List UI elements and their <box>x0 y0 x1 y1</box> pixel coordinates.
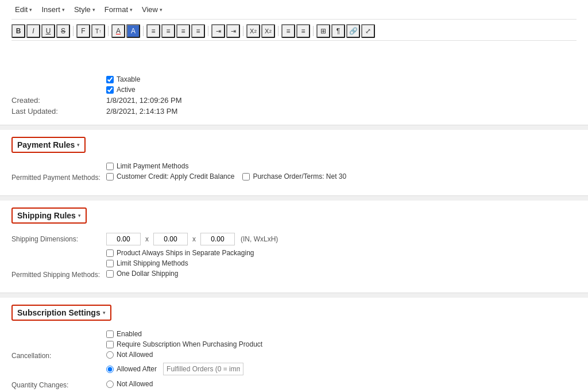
paragraph-btn[interactable]: ¶ <box>331 24 345 38</box>
permitted-shipping-label: Permitted Shipping Methods: <box>11 271 106 279</box>
shipping-dimensions-controls: x x (IN, WxLxH) <box>106 233 278 245</box>
shipping-rules-chevron-icon: ▾ <box>78 213 81 218</box>
require-subscription-checkbox-label[interactable]: Require Subscription When Purchasing Pro… <box>106 340 577 348</box>
editor-body[interactable] <box>11 41 577 75</box>
style-chevron-icon: ▾ <box>92 7 95 13</box>
quantity-not-allowed-radio[interactable] <box>106 381 114 388</box>
one-dollar-shipping-checkbox[interactable] <box>106 270 114 278</box>
quantity-changes-label: Quantity Changes: <box>11 380 106 389</box>
limit-payment-row: Limit Payment Methods <box>106 162 577 170</box>
permitted-payment-row: Permitted Payment Methods: Customer Cred… <box>11 172 577 183</box>
dim-length-input[interactable] <box>153 233 188 245</box>
menu-edit[interactable]: Edit ▾ <box>11 3 36 16</box>
toolbar-separator-5 <box>243 26 243 36</box>
page-wrapper: Edit ▾ Insert ▾ Style ▾ Format ▾ View ▾ … <box>0 0 588 392</box>
require-subscription-checkbox[interactable] <box>106 341 114 348</box>
subscription-settings-chevron-icon: ▾ <box>103 310 106 316</box>
toolbar-separator-6 <box>278 26 278 36</box>
limit-payment-checkbox[interactable] <box>106 163 114 170</box>
cancellation-not-allowed-radio[interactable] <box>106 351 114 359</box>
editor-section: Edit ▾ Insert ▾ Style ▾ Format ▾ View ▾ … <box>0 0 588 125</box>
format-chevron-icon: ▾ <box>130 7 133 13</box>
shipping-dimensions-label: Shipping Dimensions: <box>11 235 106 243</box>
subscription-settings-body: Enabled Require Subscription When Purcha… <box>0 328 588 392</box>
active-checkbox[interactable] <box>106 86 114 94</box>
payment-rules-chevron-icon: ▾ <box>77 142 80 148</box>
toolbar-separator-2 <box>108 26 109 36</box>
unordered-list-btn[interactable]: ≡ <box>281 24 295 38</box>
cancellation-allowed-after-radio[interactable] <box>106 366 114 373</box>
highlight-btn[interactable]: A <box>126 24 140 38</box>
table-btn[interactable]: ⊞ <box>316 24 330 38</box>
indent-increase-btn[interactable]: ⇥ <box>226 24 240 38</box>
customer-credit-checkbox-label[interactable]: Customer Credit: Apply Credit Balance <box>106 172 234 180</box>
fullscreen-btn[interactable]: ⤢ <box>361 24 375 38</box>
purchase-order-checkbox-label[interactable]: Purchase Order/Terms: Net 30 <box>242 172 346 180</box>
menu-view[interactable]: View ▾ <box>138 3 166 16</box>
last-updated-row: Last Updated: 2/8/2021, 2:14:13 PM <box>11 107 577 116</box>
cancellation-fulfilled-input[interactable] <box>163 363 243 375</box>
toolbar-separator-3 <box>143 26 144 36</box>
view-chevron-icon: ▾ <box>160 7 163 13</box>
permitted-payment-label: Permitted Payment Methods: <box>11 174 106 182</box>
limit-shipping-checkbox[interactable] <box>106 260 114 267</box>
underline-btn[interactable]: U <box>41 24 55 38</box>
shipping-rules-title: Shipping Rules <box>17 211 76 220</box>
subscription-settings-header-box[interactable]: Subscription Settings ▾ <box>11 305 111 321</box>
dim-width-input[interactable] <box>106 233 141 245</box>
font-family-btn[interactable]: F <box>76 24 90 38</box>
active-checkbox-label[interactable]: Active <box>106 86 577 94</box>
enabled-checkbox[interactable] <box>106 330 114 338</box>
cancellation-label: Cancellation: <box>11 351 106 360</box>
cancellation-controls: Not Allowed Allowed After <box>106 351 247 378</box>
quantity-not-allowed-label[interactable]: Not Allowed <box>106 380 247 388</box>
enabled-checkbox-label[interactable]: Enabled <box>106 330 577 338</box>
limit-payment-checkbox-label[interactable]: Limit Payment Methods <box>106 162 577 170</box>
align-right-btn[interactable]: ≡ <box>176 24 190 38</box>
separate-packaging-checkbox[interactable] <box>106 249 114 257</box>
shipping-dimensions-row: Shipping Dimensions: x x (IN, WxLxH) <box>11 233 577 245</box>
font-size-btn[interactable]: T↑ <box>91 24 105 38</box>
taxable-checkbox[interactable] <box>106 76 114 83</box>
toolbar-separator-4 <box>208 26 208 36</box>
toolbar-separator-7 <box>313 26 314 36</box>
permitted-shipping-row: Permitted Shipping Methods: One Dollar S… <box>11 270 577 280</box>
created-row: Created: 1/8/2021, 12:09:26 PM <box>11 96 577 105</box>
customer-credit-checkbox[interactable] <box>106 173 114 180</box>
link-btn[interactable]: 🔗 <box>346 24 360 38</box>
align-justify-btn[interactable]: ≡ <box>191 24 205 38</box>
cancellation-allowed-after-label[interactable]: Allowed After <box>106 363 247 375</box>
payment-rules-title: Payment Rules <box>17 140 75 149</box>
superscript-btn[interactable]: X2 <box>246 24 260 38</box>
purchase-order-checkbox[interactable] <box>242 173 250 180</box>
limit-shipping-checkbox-label[interactable]: Limit Shipping Methods <box>106 259 577 267</box>
align-left-btn[interactable]: ≡ <box>146 24 160 38</box>
shipping-rules-header-box[interactable]: Shipping Rules ▾ <box>11 207 87 224</box>
editor-icon-toolbar: B I U S F T↑ A A ≡ ≡ ≡ ≡ ⇥ ⇥ X2 X2 ≡ ≡ ⊞ <box>11 22 577 41</box>
payment-rules-section: Payment Rules ▾ Limit Payment Methods Pe… <box>0 130 588 196</box>
italic-btn[interactable]: I <box>26 24 40 38</box>
menu-insert[interactable]: Insert ▾ <box>38 3 68 16</box>
font-color-btn[interactable]: A <box>111 24 125 38</box>
subscript-btn[interactable]: X2 <box>261 24 275 38</box>
menu-format[interactable]: Format ▾ <box>101 3 136 16</box>
one-dollar-shipping-checkbox-label[interactable]: One Dollar Shipping <box>106 270 178 278</box>
menu-style[interactable]: Style ▾ <box>71 3 99 16</box>
permitted-shipping-controls: One Dollar Shipping <box>106 270 178 280</box>
dim-x-separator-1: x <box>145 235 149 243</box>
indent-decrease-btn[interactable]: ⇥ <box>211 24 225 38</box>
edit-chevron-icon: ▾ <box>29 7 32 13</box>
cancellation-not-allowed-label[interactable]: Not Allowed <box>106 351 247 359</box>
separate-packaging-checkbox-label[interactable]: Product Always Ships in Separate Packagi… <box>106 249 577 257</box>
dim-height-input[interactable] <box>200 233 235 245</box>
payment-rules-header-box[interactable]: Payment Rules ▾ <box>11 137 86 153</box>
taxable-checkbox-label[interactable]: Taxable <box>106 75 577 83</box>
align-center-btn[interactable]: ≡ <box>161 24 175 38</box>
subscription-top-checkboxes: Enabled Require Subscription When Purcha… <box>106 330 577 348</box>
permitted-payment-controls: Customer Credit: Apply Credit Balance Pu… <box>106 172 346 183</box>
ordered-list-btn[interactable]: ≡ <box>296 24 310 38</box>
quantity-changes-row: Quantity Changes: Not Allowed Allowed Af… <box>11 380 577 392</box>
strikethrough-btn[interactable]: S <box>56 24 70 38</box>
shipping-rules-section: Shipping Rules ▾ Shipping Dimensions: x … <box>0 201 588 293</box>
bold-btn[interactable]: B <box>11 24 25 38</box>
